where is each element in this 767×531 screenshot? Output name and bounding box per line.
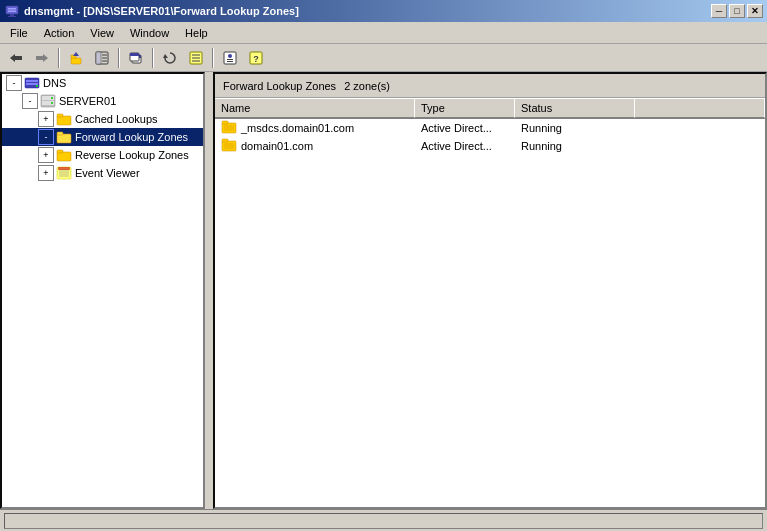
svg-rect-3 <box>10 14 14 16</box>
list-view: Name Type Status <box>215 98 765 507</box>
menu-view[interactable]: View <box>82 23 122 43</box>
svg-rect-6 <box>15 56 22 60</box>
svg-rect-1 <box>8 8 16 10</box>
forward-lookup-zones-label: Forward Lookup Zones <box>75 131 188 143</box>
svg-rect-42 <box>57 114 63 117</box>
col-header-status[interactable]: Status <box>515 98 635 118</box>
svg-marker-7 <box>43 54 48 62</box>
menu-help[interactable]: Help <box>177 23 216 43</box>
app-icon <box>4 3 20 19</box>
properties-button[interactable] <box>218 47 242 69</box>
row1-type: Active Direct... <box>415 119 515 137</box>
svg-rect-8 <box>36 56 43 60</box>
tree-event-viewer[interactable]: + Event Viewer <box>2 164 203 182</box>
folder-icon-reverse <box>56 147 72 163</box>
svg-marker-21 <box>163 54 168 58</box>
dns-icon <box>24 75 40 91</box>
forward-button[interactable] <box>30 47 54 69</box>
tree-cached-lookups[interactable]: + Cached Lookups <box>2 110 203 128</box>
row2-name: domain01.com <box>215 137 415 155</box>
svg-point-27 <box>228 54 232 58</box>
main-container: - DNS - <box>0 72 767 509</box>
menu-window[interactable]: Window <box>122 23 177 43</box>
svg-rect-46 <box>57 150 63 153</box>
expand-forward[interactable]: - <box>38 129 54 145</box>
event-viewer-icon <box>56 165 72 181</box>
svg-point-38 <box>51 97 53 99</box>
svg-rect-20 <box>130 53 139 56</box>
maximize-button[interactable]: □ <box>729 4 745 18</box>
svg-rect-33 <box>26 80 38 82</box>
expand-dns[interactable]: - <box>6 75 22 91</box>
pane-splitter[interactable] <box>205 72 209 509</box>
dns-label: DNS <box>43 77 66 89</box>
show-hide-button[interactable] <box>90 47 114 69</box>
title-controls: ─ □ ✕ <box>711 4 763 18</box>
status-panel <box>4 513 763 529</box>
content-count: 2 zone(s) <box>344 80 390 92</box>
svg-rect-45 <box>57 152 71 161</box>
title-bar: dnsmgmt - [DNS\SERVER01\Forward Lookup Z… <box>0 0 767 22</box>
svg-rect-4 <box>8 16 16 17</box>
svg-rect-9 <box>71 58 81 64</box>
svg-point-35 <box>36 85 38 87</box>
server01-label: SERVER01 <box>59 95 116 107</box>
tree-server01[interactable]: - SERVER01 <box>2 92 203 110</box>
row2-status: Running <box>515 137 635 155</box>
list-header: Name Type Status <box>215 98 765 119</box>
svg-rect-43 <box>57 134 71 143</box>
export-button[interactable] <box>184 47 208 69</box>
toolbar-sep-4 <box>212 48 214 68</box>
svg-rect-59 <box>222 139 228 142</box>
row2-type: Active Direct... <box>415 137 515 155</box>
reverse-lookup-zones-label: Reverse Lookup Zones <box>75 149 189 161</box>
svg-rect-52 <box>58 167 70 170</box>
content-pane: Forward Lookup Zones 2 zone(s) Name Type… <box>213 72 767 509</box>
folder-icon-forward <box>56 129 72 145</box>
col-header-name[interactable]: Name <box>215 98 415 118</box>
minimize-button[interactable]: ─ <box>711 4 727 18</box>
cached-lookups-label: Cached Lookups <box>75 113 158 125</box>
title-text: dnsmgmt - [DNS\SERVER01\Forward Lookup Z… <box>24 5 299 17</box>
tree-forward-lookup-zones[interactable]: - Forward Lookup Zones <box>2 128 203 146</box>
list-item[interactable]: _msdcs.domain01.com Active Direct... Run… <box>215 119 765 137</box>
close-button[interactable]: ✕ <box>747 4 763 18</box>
row1-extra <box>635 119 765 137</box>
svg-rect-41 <box>57 116 71 125</box>
row2-extra <box>635 137 765 155</box>
col-header-extra[interactable] <box>635 98 765 118</box>
svg-marker-11 <box>73 52 79 56</box>
svg-rect-0 <box>6 6 18 14</box>
back-button[interactable] <box>4 47 28 69</box>
svg-rect-54 <box>222 121 228 124</box>
new-window-button[interactable] <box>124 47 148 69</box>
svg-text:?: ? <box>253 54 259 64</box>
expand-event[interactable]: + <box>38 165 54 181</box>
svg-point-40 <box>51 102 53 104</box>
row1-name: _msdcs.domain01.com <box>215 119 415 137</box>
server-icon <box>40 93 56 109</box>
help-button[interactable]: ? <box>244 47 268 69</box>
refresh-button[interactable] <box>158 47 182 69</box>
expand-server01[interactable]: - <box>22 93 38 109</box>
event-viewer-label: Event Viewer <box>75 167 140 179</box>
tree-dns-root[interactable]: - DNS <box>2 74 203 92</box>
expand-cached[interactable]: + <box>38 111 54 127</box>
menu-bar: File Action View Window Help <box>0 22 767 44</box>
svg-rect-29 <box>227 61 233 62</box>
toolbar-sep-1 <box>58 48 60 68</box>
tree-reverse-lookup-zones[interactable]: + Reverse Lookup Zones <box>2 146 203 164</box>
svg-rect-44 <box>57 132 63 135</box>
folder-icon-cached <box>56 111 72 127</box>
col-header-type[interactable]: Type <box>415 98 515 118</box>
menu-action[interactable]: Action <box>36 23 83 43</box>
toolbar: ? <box>0 44 767 72</box>
up-button[interactable] <box>64 47 88 69</box>
toolbar-sep-3 <box>152 48 154 68</box>
list-item[interactable]: domain01.com Active Direct... Running <box>215 137 765 155</box>
svg-marker-5 <box>10 54 15 62</box>
row1-status: Running <box>515 119 635 137</box>
toolbar-sep-2 <box>118 48 120 68</box>
menu-file[interactable]: File <box>2 23 36 43</box>
expand-reverse[interactable]: + <box>38 147 54 163</box>
